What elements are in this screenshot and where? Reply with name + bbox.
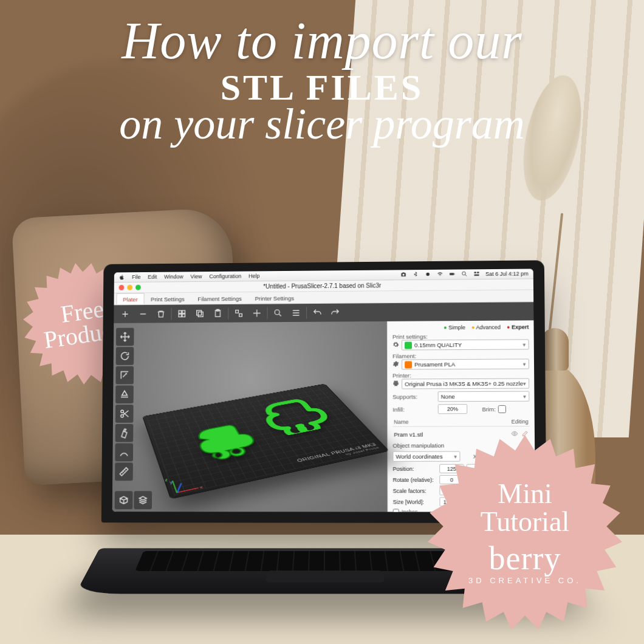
row-label: Position: — [392, 465, 437, 471]
search-icon[interactable] — [461, 270, 468, 278]
badge-text: Tutorial — [481, 508, 570, 536]
add-button[interactable] — [117, 307, 133, 321]
camera-icon[interactable] — [400, 271, 407, 279]
seam-paint-gizmo[interactable] — [115, 444, 133, 462]
menubar-right: Sat 6 Jul 4:12 pm — [400, 270, 529, 279]
mode-advanced[interactable]: Advanced — [471, 324, 501, 331]
menu-item[interactable]: Configuration — [209, 273, 241, 279]
redo-button[interactable] — [327, 306, 343, 320]
left-gizmo-toolbar — [115, 328, 134, 481]
brand-tagline: 3D CREATIVE CO. — [468, 576, 581, 585]
record-icon[interactable] — [425, 270, 431, 278]
coord-system-dropdown[interactable]: World coordinates — [392, 451, 460, 462]
place-on-face-gizmo[interactable] — [115, 385, 134, 403]
mode-switch: Simple Advanced Expert — [392, 324, 529, 331]
menubar-clock[interactable]: Sat 6 Jul 4:12 pm — [485, 271, 529, 278]
svg-rect-6 — [474, 274, 479, 275]
trackpad — [265, 570, 384, 582]
infill-row: Infill: 20% Brim: — [392, 404, 529, 414]
menu-item[interactable]: Help — [248, 273, 259, 279]
svg-rect-1 — [450, 273, 454, 275]
arrange-button[interactable] — [174, 306, 190, 321]
inches-label: Inches — [402, 509, 418, 512]
gear-icon[interactable] — [392, 380, 399, 388]
row-label: Rotate (relative): — [393, 476, 437, 482]
svg-rect-2 — [454, 273, 454, 275]
printer-dropdown[interactable]: Original Prusa i3 MK3S & MK3S+ 0.25 nozz… — [402, 379, 529, 389]
print-preset-dropdown[interactable]: 0.15mm QUALITY — [402, 339, 529, 350]
gear-icon[interactable] — [392, 361, 399, 369]
svg-rect-12 — [197, 310, 202, 315]
filament: Filament: Prusament PLA — [392, 352, 529, 369]
wifi-icon[interactable] — [437, 270, 444, 278]
minimize-window-button[interactable] — [127, 285, 132, 290]
svg-rect-7 — [179, 310, 182, 313]
control-center-icon[interactable] — [473, 270, 480, 278]
filament-dropdown[interactable]: Prusament PLA — [402, 358, 529, 369]
window-title: *Untitled - PrusaSlicer-2.7.1 based on S… — [263, 282, 381, 289]
viewport-3d[interactable]: ORIGINAL PRUSA i3 MK3 by Josef Prusa x y… — [112, 321, 388, 512]
dropdown-value: 0.15mm QUALITY — [414, 341, 462, 348]
col-editing: Editing — [512, 419, 529, 425]
object-row[interactable]: Pram v1.stl — [392, 429, 530, 440]
print-settings: Print settings: 0.15mm QUALITY — [392, 332, 529, 350]
mode-expert[interactable]: Expert — [507, 324, 529, 330]
move-gizmo[interactable] — [116, 328, 134, 346]
dropdown-value: Original Prusa i3 MK3S & MK3S+ 0.25 nozz… — [405, 380, 523, 388]
variable-layer-button[interactable] — [288, 306, 304, 320]
infill-value[interactable]: 20% — [438, 404, 468, 414]
apple-logo-icon[interactable] — [119, 274, 125, 280]
paint-supports-gizmo[interactable] — [115, 424, 134, 442]
split-objects-button[interactable] — [231, 306, 247, 321]
badge-text: Mini — [498, 480, 552, 508]
svg-rect-9 — [179, 314, 182, 317]
tab-printer-settings[interactable]: Printer Settings — [248, 292, 301, 303]
supports-row: Supports: None — [392, 391, 529, 402]
eye-icon[interactable] — [511, 430, 518, 438]
undo-button[interactable] — [309, 306, 325, 320]
menu-item[interactable]: File — [132, 274, 140, 280]
delete-all-button[interactable] — [153, 307, 169, 321]
tab-print-settings[interactable]: Print Settings — [144, 293, 191, 304]
separator — [306, 307, 307, 319]
tab-plater[interactable]: Plater — [116, 293, 144, 304]
menu-item[interactable]: View — [190, 273, 202, 279]
filament-color-swatch[interactable] — [405, 361, 412, 368]
scale-gizmo[interactable] — [115, 366, 134, 385]
brim-checkbox[interactable] — [498, 405, 506, 413]
supports-label: Supports: — [392, 393, 435, 400]
zoom-window-button[interactable] — [135, 285, 141, 290]
svg-rect-11 — [198, 312, 203, 317]
tab-filament-settings[interactable]: Filament Settings — [191, 292, 248, 304]
view-layers-button[interactable] — [134, 491, 152, 509]
svg-point-0 — [426, 272, 430, 276]
copy-button[interactable] — [192, 306, 208, 321]
bluetooth-icon[interactable] — [413, 271, 419, 279]
object-name: Pram v1.stl — [394, 431, 423, 438]
headline-line3: on your slicer program — [24, 102, 620, 146]
inches-input[interactable] — [393, 509, 399, 512]
mode-simple[interactable]: Simple — [444, 324, 465, 331]
delete-button[interactable] — [135, 307, 151, 321]
view-3d-button[interactable] — [115, 491, 133, 509]
paste-button[interactable] — [210, 306, 226, 321]
battery-icon[interactable] — [449, 270, 456, 278]
separator — [267, 307, 268, 319]
close-window-button[interactable] — [119, 285, 125, 290]
rotate-gizmo[interactable] — [116, 347, 134, 365]
svg-rect-10 — [182, 314, 185, 317]
search-button[interactable] — [270, 306, 286, 320]
filament-label: Filament: — [392, 352, 435, 359]
brim-label: Brim: — [482, 405, 496, 412]
menu-item[interactable]: Window — [164, 273, 183, 279]
gear-icon[interactable] — [392, 341, 399, 349]
cut-gizmo[interactable] — [115, 405, 134, 423]
supports-dropdown[interactable]: None — [438, 391, 530, 402]
split-parts-button[interactable] — [249, 306, 265, 321]
menu-item[interactable]: Edit — [148, 274, 157, 280]
row-label: Scale factors: — [393, 488, 437, 494]
brand-logo: berry — [489, 540, 561, 577]
svg-rect-8 — [182, 310, 185, 313]
separator — [171, 308, 172, 320]
measure-gizmo[interactable] — [115, 462, 133, 481]
